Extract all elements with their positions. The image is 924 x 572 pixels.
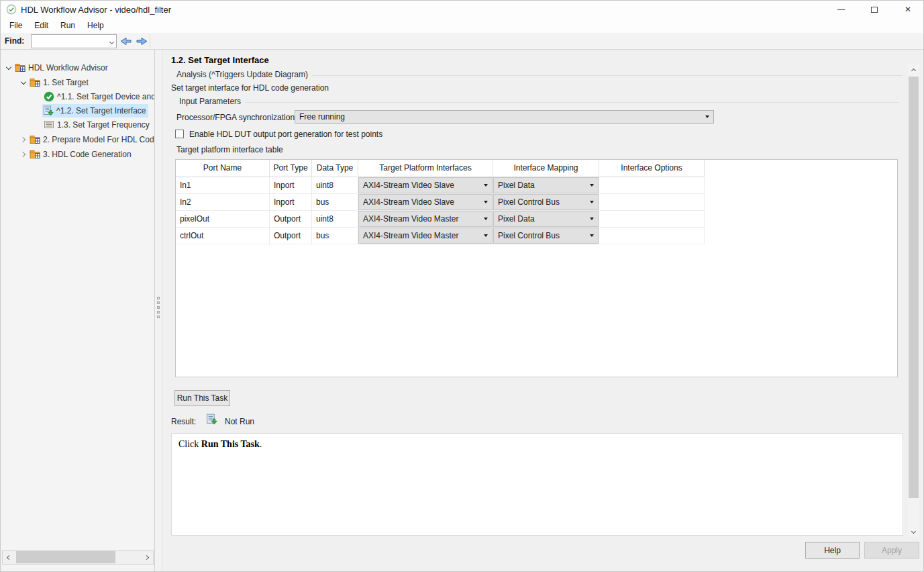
tree-horizontal-scrollbar[interactable]: [2, 550, 154, 565]
cell-target-platform-interface: AXI4-Stream Video Master: [358, 228, 493, 244]
chevron-right-icon[interactable]: [19, 150, 28, 158]
help-button[interactable]: Help: [805, 542, 860, 559]
message-bold-text: Run This Task: [201, 439, 260, 449]
folder-icon: [15, 62, 25, 73]
tree-item-label: ^1.2. Set Target Interface: [56, 106, 146, 115]
scroll-down-button[interactable]: [908, 526, 919, 537]
minimize-button[interactable]: [824, 1, 858, 18]
target-platform-interface-dropdown[interactable]: AXI4-Stream Video Master: [358, 211, 493, 227]
groupbox-rule: [312, 75, 902, 76]
column-header-port-type: Port Type: [270, 160, 312, 177]
close-button[interactable]: ✕: [891, 1, 924, 18]
sync-dropdown-value: Free running: [299, 112, 345, 122]
result-label: Result:: [171, 417, 196, 426]
chevron-down-icon[interactable]: [5, 64, 13, 72]
task-message-area: Click Run This Task.: [171, 433, 903, 536]
scroll-right-button[interactable]: [140, 551, 153, 564]
maximize-button[interactable]: [858, 1, 891, 18]
target-platform-interface-dropdown[interactable]: AXI4-Stream Video Slave: [358, 177, 493, 193]
page-title: 1.2. Set Target Interface: [171, 55, 269, 65]
target-platform-interface-dropdown[interactable]: AXI4-Stream Video Master: [358, 228, 493, 244]
cell-interface-options: [599, 177, 705, 194]
table-row: pixelOut Outport uint8 AXI4-Stream Video…: [176, 211, 897, 228]
dropdown-caret-icon: [705, 115, 709, 118]
chevron-down-icon: [911, 529, 916, 534]
column-header-port-name: Port Name: [176, 160, 270, 177]
find-next-button[interactable]: [135, 36, 149, 47]
apply-button[interactable]: Apply: [864, 542, 919, 559]
sync-dropdown[interactable]: Free running: [295, 110, 714, 124]
scroll-left-button[interactable]: [3, 551, 15, 564]
column-header-data-type: Data Type: [312, 160, 358, 177]
interface-mapping-dropdown[interactable]: Pixel Control Bus: [493, 194, 599, 210]
chevron-down-icon[interactable]: [109, 39, 114, 44]
tree-item-hdl-workflow-advisor[interactable]: HDL Workflow Advisor: [1, 60, 155, 75]
target-platform-interface-dropdown[interactable]: AXI4-Stream Video Slave: [358, 194, 493, 210]
result-status: Not Run: [225, 417, 254, 426]
tree-item-label: ^1.1. Set Target Device and: [57, 92, 155, 101]
menu-file[interactable]: File: [3, 19, 28, 32]
app-check-icon: [6, 4, 17, 15]
workflow-tree-panel: HDL Workflow Advisor 1. Set Target: [1, 50, 155, 572]
dropdown-value: Pixel Control Bus: [498, 228, 560, 244]
main-vertical-scrollbar[interactable]: [908, 65, 919, 537]
chevron-right-icon: [144, 555, 149, 559]
splitter-grip-icon: [157, 316, 160, 318]
dropdown-value: AXI4-Stream Video Slave: [363, 177, 454, 193]
tree-item-prepare-model[interactable]: 2. Prepare Model For HDL Code: [1, 132, 155, 146]
titlebar: HDL Workflow Advisor - video/hdl_filter …: [1, 1, 924, 18]
find-combobox[interactable]: [31, 34, 117, 48]
message-text: Click: [178, 439, 201, 449]
tree-item-set-target-interface[interactable]: ^1.2. Set Target Interface: [1, 103, 155, 117]
tree-item-label: HDL Workflow Advisor: [28, 63, 108, 73]
cell-interface-mapping: Pixel Data: [493, 211, 599, 228]
cell-port-name: ctrlOut: [176, 228, 270, 244]
splitter-grip-icon: [157, 311, 160, 314]
cell-target-platform-interface: AXI4-Stream Video Slave: [358, 177, 493, 194]
splitter-grip-icon: [157, 301, 160, 304]
tree-item-set-target-frequency[interactable]: 1.3. Set Target Frequency: [1, 117, 155, 132]
folder-icon: [30, 134, 40, 144]
panel-splitter[interactable]: [155, 50, 162, 572]
cell-data-type: bus: [312, 228, 358, 244]
scroll-up-button[interactable]: [908, 65, 919, 77]
menu-run[interactable]: Run: [54, 19, 81, 32]
find-input[interactable]: [32, 36, 104, 47]
interface-mapping-dropdown[interactable]: Pixel Control Bus: [493, 228, 599, 244]
splitter-grip-icon: [157, 297, 160, 299]
find-label: Find:: [5, 36, 24, 46]
maximize-icon: [871, 7, 878, 13]
column-header-interface-options: Interface Options: [599, 160, 705, 177]
minimize-icon: [837, 9, 845, 10]
interface-mapping-dropdown[interactable]: Pixel Data: [493, 177, 599, 193]
chevron-down-icon[interactable]: [19, 79, 28, 87]
find-previous-button[interactable]: [119, 36, 133, 47]
dropdown-value: AXI4-Stream Video Slave: [363, 194, 454, 210]
close-icon: ✕: [905, 5, 911, 14]
input-parameters-groupbox: Input Parameters: [179, 97, 899, 106]
run-this-task-button[interactable]: Run This Task: [174, 390, 230, 406]
arrow-right-icon: [135, 36, 149, 47]
chevron-right-icon[interactable]: [19, 136, 28, 144]
chevron-left-icon: [7, 555, 11, 559]
tree-item-hdl-code-generation[interactable]: 3. HDL Code Generation: [1, 147, 155, 161]
tree-item-set-target-device[interactable]: ^1.1. Set Target Device and: [1, 89, 155, 103]
cell-interface-mapping: Pixel Control Bus: [493, 194, 599, 211]
tree-item-set-target[interactable]: 1. Set Target: [1, 75, 155, 89]
tree-selection-highlight: ^1.2. Set Target Interface: [42, 104, 148, 117]
column-header-target-platform-interfaces: Target Platform Interfaces: [358, 160, 493, 177]
cell-data-type: bus: [312, 194, 358, 211]
cell-interface-mapping: Pixel Control Bus: [493, 228, 599, 244]
task-run-icon: [43, 105, 54, 116]
cell-port-type: Inport: [270, 177, 312, 194]
menu-help[interactable]: Help: [81, 19, 110, 32]
cell-interface-options: [599, 194, 705, 211]
scrollbar-thumb[interactable]: [16, 551, 115, 563]
scrollbar-thumb[interactable]: [909, 77, 919, 498]
cell-target-platform-interface: AXI4-Stream Video Master: [358, 211, 493, 228]
tree-item-label: 1.3. Set Target Frequency: [57, 120, 150, 130]
interface-mapping-dropdown[interactable]: Pixel Data: [493, 211, 599, 227]
menu-edit[interactable]: Edit: [28, 19, 54, 32]
dropdown-caret-icon: [590, 184, 594, 187]
testpoints-checkbox[interactable]: [175, 130, 184, 138]
